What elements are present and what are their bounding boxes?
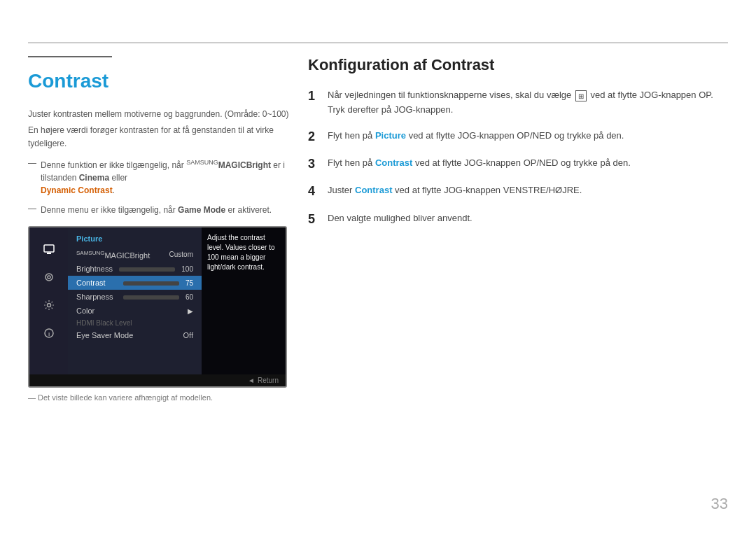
menu-label-sharpness: Sharpness: [76, 293, 113, 301]
sidebar-icon-sound: [41, 269, 57, 285]
menu-item-hdmi: HDMI Black Level: [68, 318, 202, 328]
monitor-callout: Adjust the contrast level. Values closer…: [202, 227, 286, 374]
menu-item-contrast: Contrast 75: [68, 276, 202, 290]
menu-value-contrast: 75: [186, 279, 193, 287]
page-number: 33: [711, 495, 728, 513]
menu-item-eyesaver: Eye Saver Mode Off: [68, 328, 202, 342]
page-title: Contrast: [28, 70, 294, 92]
menu-label-eyesaver: Eye Saver Mode: [76, 331, 133, 339]
top-divider: [28, 42, 728, 43]
menu-label-contrast: Contrast: [76, 279, 106, 287]
step-1: 1 Når vejledningen til funktionsknappern…: [308, 88, 728, 118]
monitor-menu: Picture SAMSUNGMAGICBright Custom Bright…: [68, 227, 202, 374]
description-2: En højere værdi forøger kontrasten for a…: [28, 124, 294, 150]
step-text-3: Flyt hen på Contrast ved at flytte JOG-k…: [328, 156, 631, 171]
jog-icon: ⊞: [575, 90, 587, 101]
return-label: Return: [258, 377, 279, 384]
menu-item-brightness: Brightness 100: [68, 262, 202, 276]
step2-picture: Picture: [375, 130, 406, 141]
note-block-2: — Denne menu er ikke tilgængelig, når Ga…: [28, 204, 294, 216]
note2-gamemode: Game Mode: [178, 205, 225, 215]
sharpness-bar: [123, 295, 179, 300]
note1-brand-super: SAMSUNG: [186, 159, 218, 166]
menu-item-sharpness: Sharpness 60: [68, 290, 202, 304]
note-dash-1: —: [28, 158, 36, 168]
monitor-return-bar: ◄ Return: [29, 374, 286, 386]
svg-rect-0: [44, 245, 54, 252]
menu-value-color: ▶: [188, 307, 193, 315]
step3-contrast: Contrast: [375, 157, 412, 168]
description-1: Juster kontrasten mellem motiverne og ba…: [28, 108, 294, 121]
contrast-bar: [123, 281, 179, 286]
step-number-4: 4: [308, 183, 328, 199]
svg-rect-1: [47, 253, 51, 254]
note-block-1: — Denne funktion er ikke tilgængelig, nå…: [28, 158, 294, 197]
return-arrow: ◄: [248, 377, 255, 384]
step-text-2: Flyt hen på Picture ved at flytte JOG-kn…: [328, 129, 624, 143]
menu-label-magicbright: SAMSUNGMAGICBright: [76, 250, 150, 260]
monitor-mockup: i Picture SAMSUNGMAGICBright Custom Brig…: [28, 226, 287, 388]
note1-period: .: [113, 185, 115, 195]
sidebar-icon-picture: [41, 241, 57, 257]
step-3: 3 Flyt hen på Contrast ved at flytte JOG…: [308, 156, 728, 172]
note-dash-2: —: [28, 204, 36, 213]
sidebar-icon-settings: [41, 297, 57, 313]
step-text-1: Når vejledningen til funktionsknapperne …: [328, 88, 728, 118]
brightness-bar: [119, 267, 175, 272]
step-number-2: 2: [308, 129, 328, 145]
menu-header: Picture: [68, 233, 202, 247]
step-text-5: Den valgte mulighed bliver anvendt.: [328, 211, 472, 226]
right-column: Konfiguration af Contrast 1 Når vejledni…: [308, 56, 728, 239]
step-number-5: 5: [308, 211, 328, 227]
sidebar-icon-info: i: [41, 325, 57, 341]
menu-item-color: Color ▶: [68, 304, 202, 318]
svg-point-4: [47, 303, 50, 307]
left-column: Contrast Juster kontrasten mellem motive…: [28, 56, 294, 402]
steps-list: 1 Når vejledningen til funktionsknappern…: [308, 88, 728, 227]
menu-value-eyesaver: Off: [183, 331, 193, 339]
title-underline: [28, 56, 112, 57]
note1-dynamic: Dynamic Contrast: [41, 185, 113, 195]
step4-contrast: Contrast: [355, 185, 392, 195]
menu-value-magicbright: Custom: [169, 251, 193, 258]
step-5: 5 Den valgte mulighed bliver anvendt.: [308, 211, 728, 227]
note2-prefix: Denne menu er ikke tilgængelig, når: [41, 205, 178, 215]
menu-item-magicbright: SAMSUNGMAGICBright Custom: [68, 247, 202, 262]
step-text-4: Juster Contrast ved at flytte JOG-knappe…: [328, 183, 582, 198]
step-number-1: 1: [308, 88, 328, 104]
svg-text:i: i: [48, 331, 49, 337]
note-text-2: Denne menu er ikke tilgængelig, når Game…: [41, 204, 272, 216]
note1-cinema: Cinema: [79, 173, 109, 183]
note1-brand: SAMSUNGMAGICBright: [186, 160, 271, 170]
menu-value-sharpness: 60: [186, 293, 193, 301]
note2-suffix: er aktiveret.: [225, 205, 272, 215]
note1-or: eller: [109, 173, 127, 183]
section-title: Konfiguration af Contrast: [308, 56, 728, 74]
svg-point-2: [46, 274, 52, 281]
menu-value-brightness: 100: [181, 265, 193, 273]
step-number-3: 3: [308, 156, 328, 172]
image-note: ― Det viste billede kan variere afhængig…: [28, 393, 294, 402]
svg-point-3: [48, 276, 50, 279]
menu-label-brightness: Brightness: [76, 265, 113, 273]
step-2: 2 Flyt hen på Picture ved at flytte JOG-…: [308, 129, 728, 145]
note1-prefix: Denne funktion er ikke tilgængelig, når: [41, 160, 186, 170]
note-text-1: Denne funktion er ikke tilgængelig, når …: [41, 158, 294, 197]
monitor-sidebar: i: [29, 227, 68, 374]
menu-label-color: Color: [76, 307, 94, 315]
callout-text: Adjust the contrast level. Values closer…: [207, 234, 275, 271]
step-4: 4 Juster Contrast ved at flytte JOG-knap…: [308, 183, 728, 199]
